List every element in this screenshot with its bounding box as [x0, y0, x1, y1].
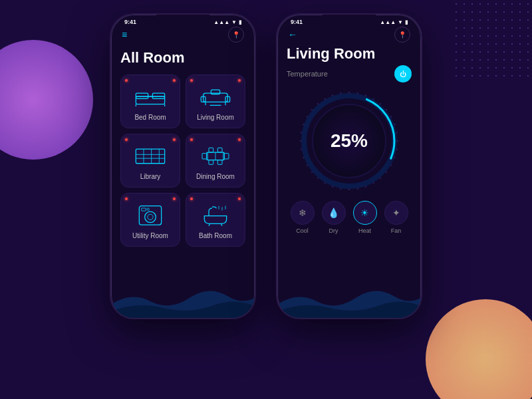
svg-rect-27 — [217, 148, 222, 152]
svg-rect-28 — [209, 160, 213, 165]
room-card-library[interactable]: Library — [120, 134, 180, 188]
dot-red — [173, 79, 176, 82]
svg-rect-2 — [152, 93, 164, 98]
svg-point-31 — [145, 211, 156, 223]
wifi-icon-2: ▼ — [398, 19, 403, 25]
room-card-diningroom[interactable]: Dining Room — [186, 134, 245, 188]
temp-row: Temperature ⏻ — [287, 65, 412, 82]
control-dry: 💧 Dry — [322, 201, 346, 234]
phone-notch-2 — [323, 15, 376, 28]
svg-rect-24 — [202, 154, 207, 159]
gauge-container: 25% — [287, 88, 412, 194]
room-card-utilityroom[interactable]: Utility Room — [120, 193, 180, 247]
control-cool: ❄ Cool — [291, 201, 315, 234]
utilityroom-label: Utility Room — [132, 232, 168, 239]
svg-rect-0 — [136, 96, 164, 104]
livingroom-icon — [199, 84, 232, 108]
phone2-wave — [277, 278, 421, 318]
dot-red — [125, 198, 128, 200]
dot-red — [238, 138, 241, 141]
room-card-bathroom[interactable]: Bath Room — [186, 193, 245, 247]
livingroom-label: Living Room — [197, 114, 234, 121]
library-label: Library — [140, 173, 161, 180]
cool-button[interactable]: ❄ — [291, 201, 315, 225]
dot-red — [125, 138, 128, 141]
svg-rect-29 — [217, 160, 222, 165]
dot-red — [238, 79, 241, 82]
phone1-screen: ≡ 📍 All Room — [111, 27, 255, 247]
heat-button[interactable]: ☀ — [353, 201, 377, 225]
phone1-header: ≡ 📍 — [120, 27, 245, 43]
back-icon[interactable]: ← — [288, 29, 297, 40]
power-button[interactable]: ⏻ — [394, 65, 412, 82]
utilityroom-icon — [134, 203, 167, 227]
phone-notch — [156, 15, 209, 28]
status-icons-2: ▲▲▲ ▼ ▮ — [380, 19, 408, 25]
hamburger-icon[interactable]: ≡ — [122, 29, 127, 40]
dry-button[interactable]: 💧 — [322, 201, 346, 225]
svg-rect-13 — [136, 149, 164, 164]
phone2-screen: ← 📍 Living Room Temperature ⏻ — [277, 27, 421, 234]
bedroom-label: Bed Room — [134, 114, 166, 121]
svg-rect-1 — [136, 93, 148, 98]
control-heat: ☀ Heat — [353, 201, 377, 234]
dot-red — [173, 198, 176, 200]
location-icon-2[interactable]: 📍 — [394, 27, 410, 43]
page-title-living-room: Living Room — [287, 45, 412, 63]
bg-orange-decoration — [426, 299, 532, 399]
svg-point-34 — [147, 208, 149, 210]
svg-point-32 — [148, 214, 153, 219]
signal-icon: ▲▲▲ — [213, 19, 229, 25]
svg-rect-12 — [211, 90, 219, 94]
dot-red — [173, 138, 176, 141]
dot-red — [190, 79, 193, 82]
bg-dots-top — [452, 0, 532, 80]
location-icon[interactable]: 📍 — [228, 27, 244, 43]
bg-circle-decoration — [0, 40, 93, 160]
phone-living-room: 9:41 ▲▲▲ ▼ ▮ ← 📍 Living Room Temperature… — [276, 13, 422, 319]
heat-label: Heat — [358, 227, 371, 234]
control-fan: ✦ Fan — [384, 201, 408, 234]
library-icon — [134, 144, 167, 168]
phone-all-room: 9:41 ▲▲▲ ▼ ▮ ≡ 📍 All Room — [110, 13, 256, 319]
dot-red — [238, 198, 241, 200]
diningroom-label: Dining Room — [196, 173, 235, 180]
phones-wrapper: 9:41 ▲▲▲ ▼ ▮ ≡ 📍 All Room — [110, 13, 422, 319]
room-grid: Bed Room — [120, 74, 245, 247]
dry-label: Dry — [329, 227, 338, 234]
fan-button[interactable]: ✦ — [384, 201, 408, 225]
bathroom-icon — [199, 203, 232, 227]
bedroom-icon — [134, 84, 167, 108]
svg-rect-26 — [209, 148, 213, 152]
controls-row: ❄ Cool 💧 Dry ☀ Heat ✦ Fan — [287, 201, 412, 234]
diningroom-icon — [199, 144, 232, 168]
svg-rect-25 — [224, 154, 229, 159]
room-card-bedroom[interactable]: Bed Room — [120, 74, 180, 128]
battery-icon: ▮ — [239, 19, 241, 25]
fan-label: Fan — [391, 227, 402, 234]
phone2-header: ← 📍 — [287, 27, 412, 43]
status-icons-1: ▲▲▲ ▼ ▮ — [213, 19, 241, 25]
time-1: 9:41 — [124, 19, 136, 25]
dot-red — [125, 79, 128, 82]
page-title-all-room: All Room — [120, 49, 245, 66]
bathroom-label: Bath Room — [199, 232, 232, 239]
room-card-livingroom[interactable]: Living Room — [186, 74, 245, 128]
svg-rect-30 — [139, 206, 161, 225]
wifi-icon: ▼ — [231, 19, 237, 25]
battery-icon-2: ▮ — [405, 19, 408, 25]
dot-red — [190, 198, 193, 200]
gauge-percent: 25% — [331, 130, 368, 152]
signal-icon-2: ▲▲▲ — [380, 19, 396, 25]
phone1-wave — [111, 278, 255, 318]
temp-label: Temperature — [287, 70, 328, 78]
dot-red — [190, 138, 193, 141]
time-2: 9:41 — [291, 19, 303, 25]
cool-label: Cool — [296, 227, 309, 234]
svg-rect-33 — [142, 208, 146, 211]
